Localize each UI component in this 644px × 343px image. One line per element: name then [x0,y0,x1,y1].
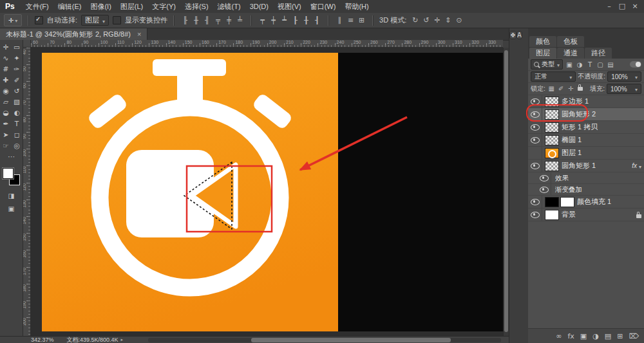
history-brush-tool[interactable]: ↺ [12,86,23,96]
dodge-tool[interactable]: ◐ [12,107,23,118]
opacity-dropdown[interactable]: 100% [607,71,641,82]
menu-item[interactable]: 图像(I) [86,0,115,13]
align-bottom-icon[interactable]: ╧ [235,15,245,26]
layer-thumbnail[interactable] [545,97,559,107]
visibility-eye-icon[interactable] [528,121,542,133]
new-layer-icon[interactable]: ⊞ [617,332,623,340]
layer-row[interactable]: 渐变叠加 [528,184,644,196]
pen-tool[interactable]: ✒ [1,118,12,129]
tab-close-icon[interactable]: × [137,30,141,38]
filter-toggle[interactable] [630,61,641,68]
layer-row[interactable]: 椭圆 1 [528,134,644,147]
filter-shape-layers-icon[interactable]: ▢ [596,60,605,70]
layer-thumbnail[interactable] [545,148,559,158]
hand-tool[interactable]: ☞ [1,140,12,151]
visibility-eye-icon[interactable] [528,134,542,146]
blend-mode-dropdown[interactable]: 正常 [531,71,576,82]
shape-tool[interactable]: ◻ [12,129,23,140]
visibility-eye-icon[interactable] [528,196,542,208]
distribute-center-v-icon[interactable]: ┿ [269,15,278,26]
menu-item[interactable]: 图层(L) [116,0,147,13]
auto-select-target-dropdown[interactable]: 图层 [81,15,109,26]
tab-layers[interactable]: 图层 [529,48,556,59]
layer-row[interactable]: 矩形 1 拷贝 [528,121,644,134]
gradient-tool[interactable]: ▧ [12,97,23,107]
status-expand-icon[interactable]: ▸ [121,337,124,342]
filter-smart-objects-icon[interactable]: ▤ [606,60,615,70]
collapsed-panel-icon-2[interactable]: A [516,31,522,39]
tab-paths[interactable]: 路径 [585,48,612,59]
vertical-scrollbar[interactable] [503,48,509,336]
lasso-tool[interactable]: ∿ [1,53,12,63]
tab-color[interactable]: 颜色 [529,36,556,47]
visibility-eye-empty[interactable] [528,147,542,159]
path-select-tool[interactable]: ➤ [1,129,12,140]
adjustment-layer-icon[interactable]: ◑ [592,332,599,340]
visibility-eye-icon[interactable] [537,172,551,183]
tab-swatches[interactable]: 色板 [557,36,584,47]
align-left-icon[interactable]: ╟ [180,15,190,26]
menu-item[interactable]: 文字(Y) [147,0,180,13]
layer-name[interactable]: 图层 1 [562,148,582,158]
layer-name[interactable]: 圆角矩形 1 [562,161,596,171]
menu-item[interactable]: 选择(S) [180,0,213,13]
layer-name[interactable]: 效果 [555,174,569,183]
lock-transparency-icon[interactable]: ▦ [547,84,556,94]
layer-name[interactable]: 椭圆 1 [562,135,582,145]
distribute-center-h-icon[interactable]: ╂ [301,15,311,26]
visibility-eye-icon[interactable] [528,108,542,120]
canvas-viewport[interactable] [31,48,503,336]
screen-mode-icon[interactable]: ▣ [8,203,15,214]
foreground-color-swatch[interactable] [3,168,14,179]
menu-item[interactable]: 文件(F) [21,0,53,13]
eyedropper-tool[interactable]: ✑ [12,64,23,74]
rect-marquee-tool[interactable]: ▭ [12,42,23,52]
3d-drag-icon[interactable]: ✛ [432,15,442,26]
layer-row[interactable]: 背景 [528,209,644,221]
restore-button[interactable]: □ [616,0,629,13]
fill-dropdown[interactable]: 100% [607,84,641,94]
blur-tool[interactable]: ◒ [1,107,12,118]
move-tool[interactable]: ✛ [1,42,12,52]
layer-name[interactable]: 背景 [562,210,576,219]
chevron-down-icon[interactable] [639,162,641,170]
3d-roll-icon[interactable]: ↺ [421,15,431,26]
filter-type-layers-icon[interactable]: T [585,60,594,70]
zoom-tool[interactable]: ◎ [12,140,23,151]
add-mask-icon[interactable]: ▣ [580,332,587,340]
layer-filter-dropdown[interactable]: 类型 [531,59,563,70]
align-center-v-icon[interactable]: ╪ [224,15,234,26]
menu-item[interactable]: 窗口(W) [306,0,341,13]
distribute-right-icon[interactable]: ┨ [312,15,322,26]
menu-item[interactable]: 滤镜(T) [213,0,245,13]
auto-select-checkbox[interactable] [35,16,43,24]
crop-tool[interactable]: # [1,64,12,74]
align-right-icon[interactable]: ╢ [202,15,212,26]
layer-row[interactable]: 效果 [528,172,644,184]
distribute-bottom-icon[interactable]: ┷ [279,15,289,26]
3d-slide-icon[interactable]: ⇕ [443,15,453,26]
layer-mask-thumbnail[interactable] [560,197,574,207]
align-top-icon[interactable]: ╤ [213,15,223,26]
lock-position-icon[interactable]: ✛ [567,84,575,94]
lock-pixels-icon[interactable]: ✐ [557,84,565,94]
type-tool[interactable]: T [12,118,23,129]
distribute-width-icon[interactable]: ∥ [335,15,345,26]
layer-fx-badge[interactable]: fx [632,162,637,169]
active-tool-icon[interactable]: ✛ [4,14,22,26]
lock-all-icon[interactable] [576,84,585,94]
layer-thumbnail[interactable] [545,210,559,220]
layer-row[interactable]: 颜色填充 1 [528,196,644,209]
filter-pixel-layers-icon[interactable]: ▣ [565,60,574,70]
menu-item[interactable]: 编辑(E) [53,0,86,13]
clone-stamp-tool[interactable]: ◉ [1,86,12,96]
color-swatches[interactable] [3,168,20,185]
filter-adjustment-layers-icon[interactable]: ◑ [575,60,584,70]
distribute-left-icon[interactable]: ┠ [290,15,300,26]
layer-thumbnail[interactable] [545,122,559,133]
horizontal-scrollbar[interactable] [148,338,501,342]
layer-thumbnail[interactable] [545,135,559,145]
edit-toolbar-icon[interactable]: ⋯ [1,151,23,162]
3d-scale-icon[interactable]: ⊙ [454,15,464,26]
menu-item[interactable]: 3D(D) [245,0,273,13]
